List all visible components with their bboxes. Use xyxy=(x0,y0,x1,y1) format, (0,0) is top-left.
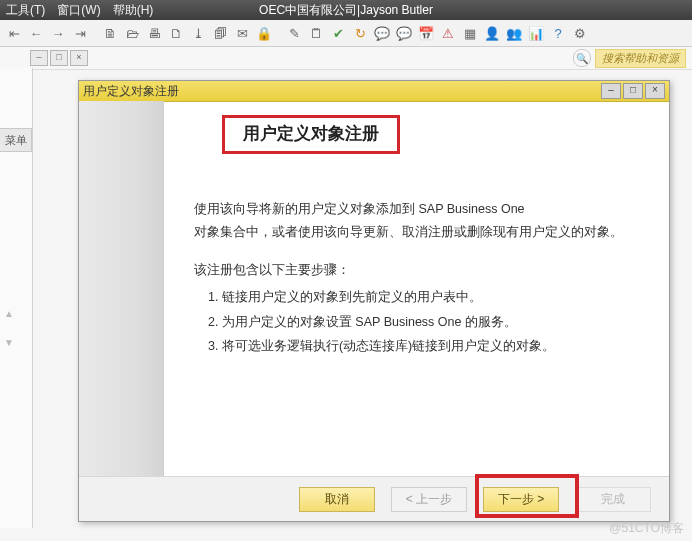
chat2-icon[interactable]: 💬 xyxy=(394,23,414,43)
secondary-bar: – □ × 🔍 搜索帮助和资源 xyxy=(0,47,692,70)
wizard-content: 用户定义对象注册 使用该向导将新的用户定义对象添加到 SAP Business … xyxy=(164,101,669,477)
user-icon[interactable]: 👤 xyxy=(482,23,502,43)
gear-icon[interactable]: ⚙ xyxy=(570,23,590,43)
finish-button: 完成 xyxy=(575,487,651,512)
menu-help[interactable]: 帮助(H) xyxy=(113,2,154,19)
wizard-window: 用户定义对象注册 – □ × 用户定义对象注册 使用该向导将新的用户定义对象添加… xyxy=(78,80,670,522)
nav-last-icon[interactable]: ⇥ xyxy=(70,23,90,43)
lock-icon[interactable]: 🔒 xyxy=(254,23,274,43)
sidebar-tab-menu[interactable]: 菜单 xyxy=(0,128,32,152)
preview-icon[interactable]: 🗋 xyxy=(166,23,186,43)
splitter-handle[interactable]: ▲▼ xyxy=(4,308,14,348)
cancel-button[interactable]: 取消 xyxy=(299,487,375,512)
chat-icon[interactable]: 💬 xyxy=(372,23,392,43)
watermark: @51CTO博客 xyxy=(609,520,684,537)
excel-icon[interactable]: 🗐 xyxy=(210,23,230,43)
refresh-icon[interactable]: ↻ xyxy=(350,23,370,43)
menu-window[interactable]: 窗口(W) xyxy=(57,2,100,19)
nav-first-icon[interactable]: ⇤ xyxy=(4,23,24,43)
help-icon[interactable]: ? xyxy=(548,23,568,43)
wizard-footer: 取消 < 上一步 下一步 > 完成 xyxy=(79,476,669,521)
mdi-window-controls: – □ × xyxy=(30,50,88,66)
print-icon[interactable]: 🖶 xyxy=(144,23,164,43)
doc-new-icon[interactable]: 🗎 xyxy=(100,23,120,43)
menu-tools[interactable]: 工具(T) xyxy=(6,2,45,19)
search-hint[interactable]: 搜索帮助和资源 xyxy=(595,49,686,68)
wizard-window-title: 用户定义对象注册 xyxy=(83,83,599,100)
mdi-restore-icon[interactable]: □ xyxy=(50,50,68,66)
calendar-icon[interactable]: 📅 xyxy=(416,23,436,43)
wizard-minimize-icon[interactable]: – xyxy=(601,83,621,99)
menubar: 工具(T) 窗口(W) 帮助(H) xyxy=(0,0,692,20)
wizard-body: 用户定义对象注册 使用该向导将新的用户定义对象添加到 SAP Business … xyxy=(79,101,669,477)
grid-icon[interactable]: ▦ xyxy=(460,23,480,43)
wizard-side-graphic xyxy=(79,101,164,477)
mdi-minimize-icon[interactable]: – xyxy=(30,50,48,66)
wizard-step: 1. 链接用户定义的对象到先前定义的用户表中。 xyxy=(208,285,639,309)
export-icon[interactable]: ⤓ xyxy=(188,23,208,43)
edit-icon[interactable]: ✎ xyxy=(284,23,304,43)
nav-prev-icon[interactable]: ← xyxy=(26,23,46,43)
wizard-step: 2. 为用户定义的对象设置 SAP Business One 的服务。 xyxy=(208,310,639,334)
wizard-intro-paragraph: 使用该向导将新的用户定义对象添加到 SAP Business One对象集合中，… xyxy=(194,198,639,244)
help-search: 🔍 搜索帮助和资源 xyxy=(573,49,686,68)
note-icon[interactable]: 🗒 xyxy=(306,23,326,43)
wizard-heading-highlight: 用户定义对象注册 xyxy=(222,115,400,154)
left-sidebar: 菜单 ▲▼ xyxy=(0,68,33,528)
doc-open-icon[interactable]: 🗁 xyxy=(122,23,142,43)
nav-next-icon[interactable]: → xyxy=(48,23,68,43)
wizard-titlebar[interactable]: 用户定义对象注册 – □ × xyxy=(79,81,669,102)
mail-icon[interactable]: ✉ xyxy=(232,23,252,43)
mdi-close-icon[interactable]: × xyxy=(70,50,88,66)
alert-icon[interactable]: ⚠ xyxy=(438,23,458,43)
wizard-steps-list: 1. 链接用户定义的对象到先前定义的用户表中。2. 为用户定义的对象设置 SAP… xyxy=(208,285,639,358)
search-icon[interactable]: 🔍 xyxy=(573,49,591,67)
users-icon[interactable]: 👥 xyxy=(504,23,524,43)
wizard-heading: 用户定义对象注册 xyxy=(243,124,379,143)
check-icon[interactable]: ✔ xyxy=(328,23,348,43)
wizard-close-icon[interactable]: × xyxy=(645,83,665,99)
wizard-maximize-icon[interactable]: □ xyxy=(623,83,643,99)
wizard-steps-intro: 该注册包含以下主要步骤： xyxy=(194,262,639,279)
back-button[interactable]: < 上一步 xyxy=(391,487,467,512)
chart-icon[interactable]: 📊 xyxy=(526,23,546,43)
wizard-step: 3. 将可选业务逻辑执行(动态连接库)链接到用户定义的对象。 xyxy=(208,334,639,358)
next-button[interactable]: 下一步 > xyxy=(483,487,559,512)
main-toolbar: ⇤←→⇥🗎🗁🖶🗋⤓🗐✉🔒✎🗒✔↻💬💬📅⚠▦👤👥📊?⚙ xyxy=(0,20,692,47)
